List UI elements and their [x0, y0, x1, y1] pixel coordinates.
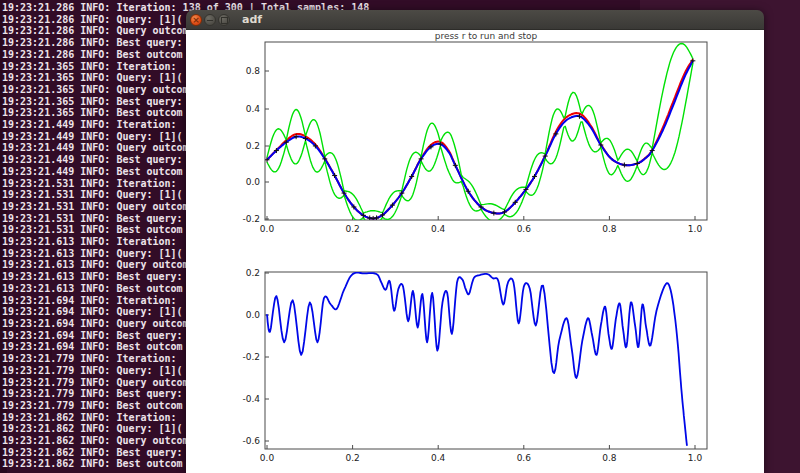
svg-text:1.0: 1.0 [688, 453, 703, 463]
svg-text:0.2: 0.2 [345, 453, 359, 463]
svg-text:-0.2: -0.2 [242, 214, 260, 224]
window-title: adf [242, 13, 262, 26]
svg-text:0.4: 0.4 [431, 453, 446, 463]
svg-text:-0.6: -0.6 [242, 436, 260, 446]
figure-canvas[interactable]: press r to run and stop 0.00.20.40.60.81… [186, 30, 764, 473]
maximize-button[interactable] [218, 14, 230, 26]
close-icon: × [192, 15, 200, 25]
figure-svg: 0.00.20.40.60.81.00.80.40.20.0-0.20.00.2… [186, 30, 764, 473]
svg-text:0.6: 0.6 [517, 224, 532, 234]
svg-text:0.4: 0.4 [431, 224, 446, 234]
svg-text:0.0: 0.0 [260, 453, 275, 463]
svg-text:0.8: 0.8 [602, 453, 617, 463]
svg-text:-0.4: -0.4 [242, 394, 260, 404]
minimize-button[interactable] [204, 14, 216, 26]
figure-title: press r to run and stop [208, 31, 764, 41]
svg-text:0.0: 0.0 [246, 177, 261, 187]
svg-text:0.0: 0.0 [246, 310, 261, 320]
svg-text:0.2: 0.2 [345, 224, 359, 234]
svg-text:1.0: 1.0 [688, 224, 703, 234]
titlebar[interactable]: × adf [186, 10, 764, 30]
close-button[interactable]: × [190, 14, 202, 26]
svg-text:0.8: 0.8 [246, 66, 261, 76]
svg-text:0.0: 0.0 [260, 224, 275, 234]
adf-window: × adf press r to run and stop 0.00.20.40… [186, 10, 764, 473]
svg-text:0.4: 0.4 [246, 104, 261, 114]
svg-text:0.2: 0.2 [246, 141, 260, 151]
svg-text:-0.2: -0.2 [242, 352, 260, 362]
svg-text:0.6: 0.6 [517, 453, 532, 463]
svg-text:0.8: 0.8 [602, 224, 617, 234]
svg-text:0.2: 0.2 [246, 268, 260, 278]
